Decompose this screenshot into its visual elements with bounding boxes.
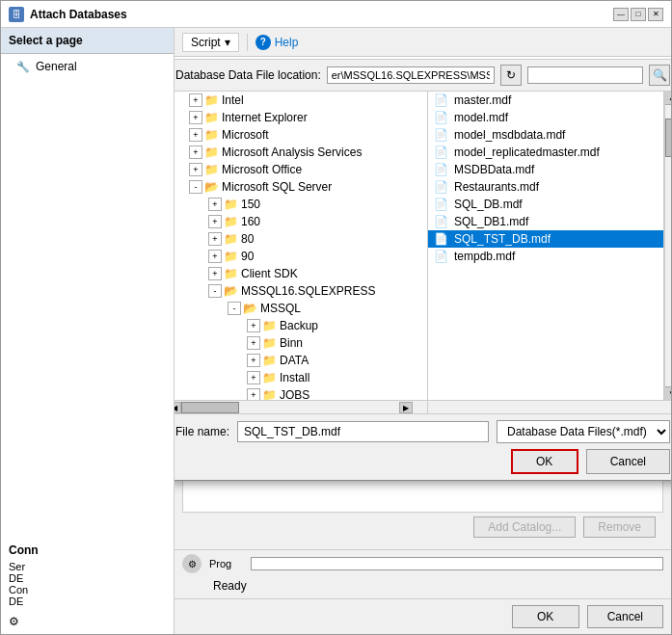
tree-item-mssql[interactable]: - 📂 MSSQL xyxy=(175,300,427,317)
main-content: Databases to attach: MDF File Location A… xyxy=(175,57,671,549)
search-input[interactable] xyxy=(527,66,643,84)
filename-input[interactable] xyxy=(237,421,489,442)
outer-body: Select a page 🔧 General Conn Ser DE Con … xyxy=(1,28,671,634)
file-model-mdf[interactable]: 📄 model.mdf xyxy=(428,109,663,126)
tree-item-jobs[interactable]: + 📁 JOBS xyxy=(175,386,427,400)
expander-150[interactable]: + xyxy=(208,198,222,211)
minimize-button[interactable]: — xyxy=(613,8,629,21)
con2-row: Con xyxy=(9,584,166,595)
expander-ie[interactable]: + xyxy=(189,111,202,124)
tree-item-150[interactable]: + 📁 150 xyxy=(175,196,427,213)
hscroll-left-btn[interactable]: ◀ xyxy=(175,402,181,413)
tree-item-mssql16[interactable]: - 📂 MSSQL16.SQLEXPRESS xyxy=(175,282,427,300)
expander-backup[interactable]: + xyxy=(247,319,260,332)
tree-item-microsoft[interactable]: + 📁 Microsoft xyxy=(175,126,427,144)
bottom-buttons: OK Cancel xyxy=(175,598,671,634)
locate-dialog: Locate Database Files - DESKTOP-C52QDBE\… xyxy=(175,57,671,481)
tree-item-moffice[interactable]: + 📁 Microsoft Office xyxy=(175,161,427,178)
file-restaurants[interactable]: 📄 Restaurants.mdf xyxy=(428,178,663,196)
tree-item-160[interactable]: + 📁 160 xyxy=(175,213,427,230)
progress-row: ⚙ Prog xyxy=(182,554,663,573)
hscroll-right-btn[interactable]: ▶ xyxy=(399,402,413,413)
expander-intel[interactable]: + xyxy=(189,93,202,107)
expander-moffice[interactable]: + xyxy=(189,163,202,176)
expander-160[interactable]: + xyxy=(208,215,222,228)
folder-icon-binn: 📁 xyxy=(262,336,277,350)
outer-window: 🗄 Attach Databases — □ ✕ Select a page 🔧… xyxy=(0,0,672,635)
progress-bar xyxy=(251,557,663,570)
expander-mssql16[interactable]: - xyxy=(208,284,222,298)
refresh-button[interactable]: ↻ xyxy=(500,65,522,86)
outer-title-bar: 🗄 Attach Databases — □ ✕ xyxy=(1,1,671,28)
script-label: Script xyxy=(191,36,221,49)
toolbar-divider xyxy=(247,34,248,51)
file-sql-tst-db[interactable]: 📄 SQL_TST_DB.mdf xyxy=(428,230,663,248)
des2-row: DE xyxy=(9,595,166,607)
tree-item-mas[interactable]: + 📁 Microsoft Analysis Services xyxy=(175,144,427,161)
dialog-body: + 📁 Intel + 📁 Internet Explorer xyxy=(175,92,671,400)
search-button[interactable]: 🔍 xyxy=(649,65,670,86)
scroll-up-btn[interactable]: ▲ xyxy=(665,92,671,105)
expander-clientsdk[interactable]: + xyxy=(208,267,222,280)
expander-mssql[interactable]: - xyxy=(228,302,241,315)
dialog-hscrollbar: ◀ ▶ xyxy=(175,400,671,413)
tree-item-data[interactable]: + 📁 DATA xyxy=(175,352,427,369)
file-icon-sql-db1: 📄 xyxy=(434,215,448,228)
dialog-bottom: File name: Database Data Files(*.mdf) OK… xyxy=(175,413,671,480)
dialog-location-bar: Database Data File location: ↻ 🔍 xyxy=(175,60,671,92)
file-master-mdf[interactable]: 📄 master.mdf xyxy=(428,92,663,109)
file-model-msdbdata[interactable]: 📄 model_msdbdata.mdf xyxy=(428,126,663,144)
tree-item-ie[interactable]: + 📁 Internet Explorer xyxy=(175,109,427,126)
files-hscroll[interactable] xyxy=(428,401,664,413)
tree-item-mssqlserver[interactable]: - 📂 Microsoft SQL Server xyxy=(175,178,427,196)
location-label: Database Data File location: xyxy=(175,68,321,82)
expander-binn[interactable]: + xyxy=(247,336,260,350)
expander-jobs[interactable]: + xyxy=(247,388,260,400)
tree-item-90[interactable]: + 📁 90 xyxy=(175,248,427,265)
folder-icon-mssql: 📂 xyxy=(243,302,257,315)
filetype-select[interactable]: Database Data Files(*.mdf) xyxy=(497,420,670,443)
maximize-button[interactable]: □ xyxy=(631,8,646,21)
tree-item-install[interactable]: + 📁 Install xyxy=(175,369,427,386)
toolbar-bar: Script ▾ ? Help xyxy=(175,28,671,57)
cancel-button[interactable]: Cancel xyxy=(587,605,663,628)
conn-label: Conn xyxy=(9,543,166,557)
server-label: Ser xyxy=(9,561,25,572)
file-sql-db1[interactable]: 📄 SQL_DB1.mdf xyxy=(428,213,663,230)
hscroll-thumb[interactable] xyxy=(181,402,239,413)
expander-90[interactable]: + xyxy=(208,250,222,263)
tree-item-intel[interactable]: + 📁 Intel xyxy=(175,92,427,109)
tree-item-binn[interactable]: + 📁 Binn xyxy=(175,334,427,352)
dialog-ok-button[interactable]: OK xyxy=(511,449,578,474)
scroll-down-btn[interactable]: ▼ xyxy=(665,386,671,400)
sidebar-item-general[interactable]: 🔧 General xyxy=(1,54,174,79)
file-sql-db[interactable]: 📄 SQL_DB.mdf xyxy=(428,196,663,213)
scroll-thumb[interactable] xyxy=(665,119,671,157)
folder-icon-microsoft: 📁 xyxy=(204,128,219,142)
tree-item-backup[interactable]: + 📁 Backup xyxy=(175,317,427,334)
expander-data[interactable]: + xyxy=(247,354,260,367)
file-model-replicated[interactable]: 📄 model_replicatedmaster.mdf xyxy=(428,144,663,161)
location-input[interactable] xyxy=(327,66,495,84)
outer-window-controls: — □ ✕ xyxy=(613,8,663,21)
ok-button[interactable]: OK xyxy=(512,605,579,628)
help-button[interactable]: ? Help xyxy=(255,35,299,50)
expander-80[interactable]: + xyxy=(208,232,222,246)
file-tempdb[interactable]: 📄 tempdb.mdf xyxy=(428,248,663,265)
gear-row: ⚙ xyxy=(9,615,166,628)
expander-install[interactable]: + xyxy=(247,371,260,384)
file-msdbdata[interactable]: 📄 MSDBData.mdf xyxy=(428,161,663,178)
tree-panel: + 📁 Intel + 📁 Internet Explorer xyxy=(175,92,428,400)
expander-mas[interactable]: + xyxy=(189,146,202,159)
expander-mssqlserver[interactable]: - xyxy=(189,180,202,194)
tree-item-clientsdk[interactable]: + 📁 Client SDK xyxy=(175,265,427,282)
tree-hscroll[interactable]: ◀ ▶ xyxy=(175,401,428,413)
filename-label: File name: xyxy=(175,425,229,438)
expander-microsoft[interactable]: + xyxy=(189,128,202,142)
close-button[interactable]: ✕ xyxy=(648,8,663,21)
tree-item-80[interactable]: + 📁 80 xyxy=(175,230,427,248)
script-button[interactable]: Script ▾ xyxy=(182,33,239,52)
dialog-right-scrollbar[interactable]: ▲ ▼ xyxy=(664,92,671,400)
file-icon-restaurants: 📄 xyxy=(434,180,448,194)
dialog-cancel-button[interactable]: Cancel xyxy=(586,449,670,474)
